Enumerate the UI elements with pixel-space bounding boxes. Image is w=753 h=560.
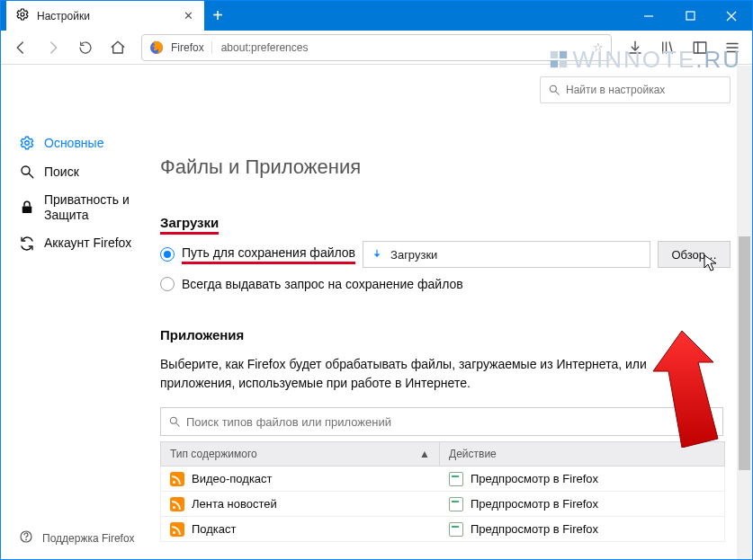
section-heading: Файлы и Приложения	[160, 156, 731, 179]
table-row[interactable]: Подкаст Предпросмотр в Firefox	[160, 517, 725, 542]
menu-button[interactable]	[718, 33, 747, 62]
preferences-sidebar: Основные Поиск Приватность и Защита Акка…	[1, 66, 157, 559]
svg-point-24	[26, 539, 27, 540]
gear-icon	[15, 7, 30, 24]
browser-tab[interactable]: Настройки ✕	[6, 1, 204, 31]
lock-icon	[19, 200, 35, 216]
preferences-content: Найти в настройках Файлы и Приложения За…	[157, 66, 752, 559]
applications-heading: Приложения	[160, 327, 244, 342]
url-input[interactable]	[220, 40, 586, 55]
tab-close-button[interactable]: ✕	[181, 9, 195, 22]
sidebar-item-general[interactable]: Основные	[1, 129, 157, 157]
svg-line-26	[556, 92, 560, 95]
feed-icon	[170, 522, 184, 537]
support-label: Поддержка Firefox	[42, 532, 135, 545]
gear-icon	[19, 135, 35, 151]
search-icon	[19, 164, 35, 180]
sidebar-item-label: Приватность и Защита	[44, 192, 148, 223]
column-header-type[interactable]: Тип содержимого ▲	[161, 442, 440, 466]
download-arrow-icon	[371, 248, 383, 261]
feed-icon	[170, 472, 184, 486]
column-header-action[interactable]: Действие	[440, 442, 724, 466]
help-icon	[19, 529, 33, 547]
save-to-label: Путь для сохранения файлов	[182, 245, 355, 264]
navigation-toolbar: Firefox ☆	[1, 31, 752, 65]
settings-search-input[interactable]: Найти в настройках	[540, 76, 731, 103]
address-bar[interactable]: Firefox ☆	[141, 34, 612, 61]
back-button[interactable]	[6, 33, 35, 62]
bookmark-star-icon[interactable]: ☆	[593, 40, 604, 54]
filter-placeholder: Поиск типов файлов или приложений	[186, 415, 391, 429]
svg-point-20	[22, 166, 30, 174]
new-tab-button[interactable]: +	[204, 1, 231, 31]
firefox-icon	[149, 40, 164, 55]
svg-line-21	[29, 173, 33, 178]
maximize-button[interactable]	[669, 1, 711, 31]
applications-table: Тип содержимого ▲ Действие Видео-подкаст…	[160, 441, 725, 542]
search-icon	[548, 84, 560, 96]
download-folder-name: Загрузки	[390, 248, 437, 262]
always-ask-label: Всегда выдавать запрос на сохранение фай…	[182, 277, 463, 291]
browse-button[interactable]: Обзор…	[658, 241, 731, 268]
preview-icon	[449, 497, 463, 511]
svg-point-19	[25, 141, 30, 146]
svg-rect-10	[694, 42, 706, 53]
library-button[interactable]	[653, 33, 682, 62]
svg-point-27	[170, 417, 176, 423]
svg-point-0	[21, 13, 24, 16]
sidebar-item-search[interactable]: Поиск	[1, 157, 157, 186]
sort-asc-icon: ▲	[419, 448, 430, 460]
window-controls	[628, 1, 752, 31]
browser-window: Настройки ✕ + Firefox ☆ WINNOTE.RU	[0, 0, 753, 560]
sidebar-item-label: Аккаунт Firefox	[44, 236, 131, 251]
sidebar-item-label: Поиск	[44, 164, 79, 180]
downloads-heading: Загрузки	[160, 215, 219, 230]
reload-button[interactable]	[71, 33, 100, 62]
sidebar-item-privacy[interactable]: Приватность и Защита	[1, 186, 157, 229]
svg-line-28	[176, 423, 180, 427]
search-icon	[168, 415, 181, 428]
preview-icon	[449, 522, 463, 537]
home-button[interactable]	[103, 33, 132, 62]
address-identity: Firefox	[171, 41, 212, 54]
feed-icon	[170, 497, 184, 511]
table-row[interactable]: Видео-подкаст Предпросмотр в Firefox	[160, 467, 725, 492]
svg-rect-22	[22, 206, 32, 213]
minimize-button[interactable]	[628, 1, 669, 31]
applications-filter-input[interactable]: Поиск типов файлов или приложений	[160, 407, 723, 436]
tab-title: Настройки	[37, 10, 174, 22]
scrollbar[interactable]	[737, 66, 752, 559]
close-window-button[interactable]	[711, 1, 752, 31]
svg-point-25	[550, 85, 556, 92]
sync-icon	[19, 236, 35, 252]
sidebar-item-account[interactable]: Аккаунт Firefox	[1, 229, 157, 258]
forward-button[interactable]	[39, 33, 67, 62]
sidebar-support-link[interactable]: Поддержка Firefox	[1, 517, 157, 559]
sidebar-item-label: Основные	[44, 136, 103, 151]
radio-save-to[interactable]	[160, 247, 175, 262]
download-folder-field[interactable]: Загрузки	[363, 241, 650, 268]
svg-line-9	[669, 42, 672, 53]
sidebar-toggle-button[interactable]	[686, 33, 714, 62]
scrollbar-thumb[interactable]	[739, 236, 750, 470]
titlebar: Настройки ✕ +	[1, 1, 752, 31]
search-placeholder: Найти в настройках	[566, 84, 665, 96]
downloads-toolbar-button[interactable]	[621, 33, 650, 62]
radio-always-ask[interactable]	[160, 277, 175, 291]
table-row[interactable]: Лента новостей Предпросмотр в Firefox	[160, 492, 725, 517]
preview-icon	[449, 472, 463, 486]
svg-rect-2	[686, 12, 695, 20]
applications-description: Выберите, как Firefox будет обрабатывать…	[160, 355, 709, 393]
